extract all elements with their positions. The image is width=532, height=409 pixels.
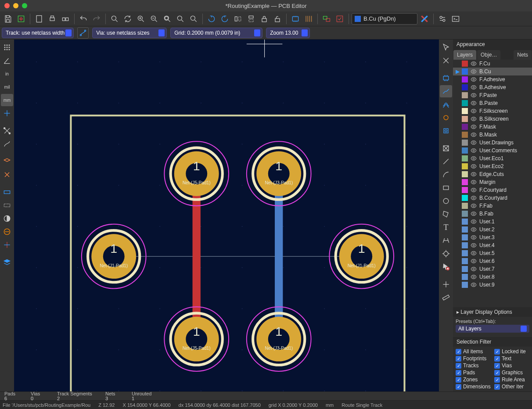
layer-row-b-mask[interactable]: B.Mask [453, 131, 532, 139]
route-track-button[interactable] [440, 85, 452, 97]
eye-icon[interactable] [471, 234, 477, 240]
layer-row-f-mask[interactable]: F.Mask [453, 123, 532, 131]
layer-row-f-fab[interactable]: F.Fab [453, 202, 532, 210]
rotate-ccw-button[interactable] [205, 13, 218, 25]
add-circle-button[interactable] [440, 195, 452, 207]
tune-length-button[interactable] [440, 111, 452, 124]
eye-icon[interactable] [471, 203, 477, 209]
add-dimension-button[interactable] [440, 234, 452, 247]
eye-icon[interactable] [471, 219, 477, 225]
highlight-net-button[interactable] [440, 54, 452, 67]
filter-vias[interactable]: ✓Vias [494, 362, 529, 369]
net-color-button[interactable] [1, 226, 13, 238]
eye-icon[interactable] [471, 76, 477, 83]
active-layer-combo[interactable]: B.Cu (PgDn) [352, 13, 417, 25]
grid-combo[interactable]: Grid: 0.2000 mm (0.0079 in) [170, 28, 262, 38]
eye-icon[interactable] [471, 195, 477, 201]
find-button[interactable] [108, 13, 121, 25]
eye-icon[interactable] [471, 140, 477, 146]
add-arc-button[interactable] [440, 169, 452, 181]
zone-display-button[interactable] [1, 155, 13, 168]
eye-icon[interactable] [471, 100, 477, 106]
eye-icon[interactable] [471, 116, 477, 122]
filter-pads[interactable]: ✓Pads [456, 370, 491, 376]
layer-row-f-silkscreen[interactable]: F.Silkscreen [453, 107, 532, 115]
eye-icon[interactable] [471, 84, 477, 90]
tab-objects[interactable]: Obje… [477, 50, 500, 60]
layer-pair-button[interactable] [418, 13, 431, 25]
eye-icon[interactable] [471, 171, 477, 177]
eye-icon[interactable] [471, 163, 477, 169]
layer-row-user-eco1[interactable]: User.Eco1 [453, 154, 532, 162]
eye-icon[interactable] [471, 266, 477, 272]
layer-row-b-fab[interactable]: B.Fab [453, 210, 532, 218]
eye-icon[interactable] [471, 226, 477, 233]
refresh-button[interactable] [122, 13, 134, 25]
layer-row-user-5[interactable]: User.5 [453, 249, 532, 257]
eye-icon[interactable] [471, 187, 477, 193]
eye-icon[interactable] [471, 108, 477, 114]
grid-toggle-button[interactable] [1, 41, 13, 54]
filter-locked-ite[interactable]: ✓Locked ite [494, 348, 529, 355]
filter-graphics[interactable]: ✓Graphics [494, 370, 529, 376]
eye-icon[interactable] [471, 132, 477, 138]
layer-display-options[interactable]: ▸ Layer Display Options [453, 307, 532, 317]
high-contrast-button[interactable] [1, 212, 13, 225]
polar-coords-button[interactable] [1, 54, 13, 67]
zoom-fit-button[interactable] [161, 13, 173, 25]
layer-row-user-1[interactable]: User.1 [453, 218, 532, 226]
footprint-library-button[interactable] [302, 13, 315, 25]
eye-icon[interactable] [471, 250, 477, 256]
layer-row-b-cu[interactable]: ▶ B.Cu [453, 68, 532, 75]
layer-row-margin[interactable]: Margin [453, 178, 532, 186]
filter-text[interactable]: ✓Text [494, 355, 529, 362]
layer-row-user-4[interactable]: User.4 [453, 241, 532, 249]
filter-all-items[interactable]: ✓All items [456, 348, 491, 355]
zoom-combo[interactable]: Zoom 13.00 [266, 28, 310, 38]
add-target-button[interactable] [440, 248, 452, 260]
layer-row-edge-cuts[interactable]: Edge.Cuts [453, 170, 532, 178]
eye-icon[interactable] [471, 179, 477, 185]
units-mil-button[interactable]: mil [1, 81, 13, 93]
zoom-tool-button[interactable] [187, 13, 200, 25]
select-tool-button[interactable] [440, 41, 452, 54]
tab-nets[interactable]: Nets [514, 50, 532, 60]
tab-layers[interactable]: Layers [453, 50, 476, 60]
footprint-editor-button[interactable] [289, 13, 302, 25]
layer-row-user-6[interactable]: User.6 [453, 257, 532, 265]
rotate-cw-button[interactable] [219, 13, 231, 25]
layer-row-f-cu[interactable]: F.Cu [453, 60, 532, 68]
track-width-combo[interactable]: Track: use netclass width [2, 28, 74, 38]
add-zone-button[interactable] [440, 142, 452, 154]
layer-row-user-2[interactable]: User.2 [453, 226, 532, 233]
add-via-button[interactable] [440, 125, 452, 137]
pcb-canvas[interactable]: 1Net-(J5-Pad1)1Net-(J3-Pad1)1Net-(J1-Pad… [14, 39, 439, 391]
save-button[interactable] [2, 13, 14, 25]
route-diff-pair-button[interactable] [440, 98, 452, 111]
eye-icon[interactable] [471, 211, 477, 217]
zoom-selection-button[interactable] [174, 13, 187, 25]
layer-row-f-adhesive[interactable]: F.Adhesive [453, 75, 532, 83]
layer-row-b-silkscreen[interactable]: B.Silkscreen [453, 115, 532, 123]
eye-icon[interactable] [471, 242, 477, 248]
measure-button[interactable] [440, 291, 452, 304]
presets-combo[interactable]: All Layers [456, 325, 529, 333]
eye-icon[interactable] [471, 92, 477, 98]
eye-icon[interactable] [471, 274, 477, 280]
page-settings-button[interactable] [33, 13, 45, 25]
zoom-in-button[interactable] [135, 13, 147, 25]
layer-row-f-courtyard[interactable]: F.Courtyard [453, 186, 532, 194]
lock-button[interactable] [258, 13, 270, 25]
eye-icon[interactable] [471, 68, 477, 75]
update-from-schematic-button[interactable] [320, 13, 333, 25]
filter-tracks[interactable]: ✓Tracks [456, 362, 491, 369]
delete-button[interactable] [440, 261, 452, 273]
filter-rule-area[interactable]: ✓Rule Area [494, 377, 529, 383]
units-in-button[interactable]: in [1, 68, 13, 80]
flip-board-button[interactable] [1, 239, 13, 251]
filter-dimensions[interactable]: ✓Dimensions [456, 384, 491, 390]
zoom-out-button[interactable] [148, 13, 160, 25]
eye-icon[interactable] [471, 147, 477, 154]
undo-button[interactable] [77, 13, 90, 25]
add-poly-button[interactable] [440, 208, 452, 220]
